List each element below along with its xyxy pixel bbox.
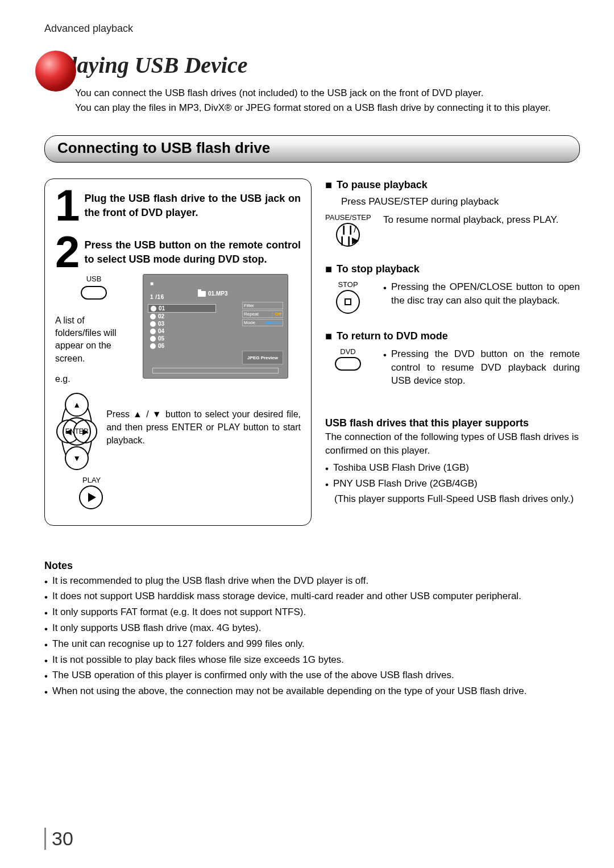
stop-bullet: •Pressing the OPEN/CLOSE button to open … bbox=[383, 280, 580, 308]
dvd-button-label: DVD bbox=[325, 347, 371, 356]
filter-tag: Filter bbox=[242, 302, 283, 309]
list-item: 06 bbox=[148, 342, 216, 350]
section-heading: Connecting to USB flash drive bbox=[44, 135, 580, 163]
dvd-section: ■To return to DVD mode DVD •Pressing the… bbox=[325, 330, 580, 389]
dvd-button-icon bbox=[335, 357, 361, 371]
step-1-text: Plug the USB flash drive to the USB jack… bbox=[84, 189, 301, 222]
pause-button-icon: ❙❙/❙❙▶ bbox=[336, 223, 360, 247]
play-button-icon bbox=[79, 485, 103, 509]
list-caption: A list of folders/files will appear on t… bbox=[55, 314, 132, 366]
note-item: •It is recommended to plug the USB flash… bbox=[44, 574, 580, 589]
file-list-screen-illustration: ■ 1 /16 01.MP3 01 02 03 04 05 06 Filter … bbox=[143, 274, 288, 379]
note-item: •It does not support USB harddisk mass s… bbox=[44, 589, 580, 604]
square-bullet-icon: ■ bbox=[325, 330, 332, 343]
stop-section: ■To stop playback STOP •Pressing the OPE… bbox=[325, 263, 580, 314]
screen-current-file: 01.MP3 bbox=[198, 290, 227, 297]
pause-heading: To pause playback bbox=[337, 179, 428, 191]
step-2-text: Press the USB button on the remote contr… bbox=[84, 236, 301, 269]
mode-tag: Mode: Normal bbox=[242, 319, 283, 326]
nav-pad-icon: ENTER bbox=[61, 397, 93, 466]
pause-button-block: PAUSE/STEP ❙❙/❙❙▶ bbox=[325, 213, 371, 247]
stop-indicator-icon: ■ bbox=[150, 280, 154, 286]
notes-heading: Notes bbox=[44, 560, 580, 572]
note-item: •It only supports USB flash drive (max. … bbox=[44, 621, 580, 636]
nav-enter-label: ENTER bbox=[63, 417, 91, 446]
stop-button-block: STOP bbox=[325, 280, 371, 314]
jpeg-preview-box: JPEG Preview bbox=[242, 351, 283, 364]
nav-pad-row: ENTER Press ▲ / ▼ button to select your … bbox=[55, 397, 301, 466]
square-bullet-icon: ■ bbox=[325, 178, 332, 192]
red-orb-icon bbox=[35, 51, 76, 92]
note-item: •It is not possible to play back files w… bbox=[44, 653, 580, 668]
intro-line-1: You can connect the USB flash drives (no… bbox=[75, 86, 580, 101]
screen-counter: 1 /16 bbox=[150, 294, 164, 300]
list-item: 01 bbox=[148, 304, 216, 313]
note-item: •When not using the above, the connectio… bbox=[44, 684, 580, 699]
note-item: •It only supports FAT format (e.g. It do… bbox=[44, 605, 580, 620]
pause-section: ■To pause playback Press PAUSE/STEP duri… bbox=[325, 178, 580, 247]
note-icon bbox=[150, 336, 156, 342]
screen-scrollbar bbox=[152, 368, 279, 373]
play-button-block: PLAY bbox=[77, 476, 301, 509]
intro-line-2: You can play the files in MP3, DivX® or … bbox=[75, 101, 580, 115]
nav-down-icon bbox=[65, 446, 89, 470]
repeat-tag: Repeat: Off bbox=[242, 310, 283, 318]
nav-up-icon bbox=[65, 393, 89, 417]
screen-file-list: 01 02 03 04 05 06 bbox=[148, 304, 216, 350]
support-item: •PNY USB Flash Drive (2GB/4GB) bbox=[325, 477, 580, 492]
support-note: (This player supports Full-Speed USB fla… bbox=[334, 492, 580, 506]
pause-desc: To resume normal playback, press PLAY. bbox=[383, 213, 580, 227]
page-title: Playing USB Device bbox=[35, 54, 580, 77]
usb-button-and-caption: USB A list of folders/files will appear … bbox=[55, 274, 132, 385]
screen-side-panel: Filter Repeat: Off Mode: Normal bbox=[242, 302, 283, 327]
stop-button-icon bbox=[336, 290, 360, 314]
steps-box: 1 Plug the USB flash drive to the USB ja… bbox=[44, 178, 312, 526]
intro-text: You can connect the USB flash drives (no… bbox=[75, 86, 580, 115]
dvd-heading: To return to DVD mode bbox=[337, 330, 448, 342]
breadcrumb: Advanced playback bbox=[44, 23, 580, 35]
stop-button-label: STOP bbox=[325, 280, 371, 289]
note-icon bbox=[150, 314, 156, 319]
list-item: 04 bbox=[148, 327, 216, 335]
square-bullet-icon: ■ bbox=[325, 263, 332, 276]
step-2: 2 Press the USB button on the remote con… bbox=[55, 236, 301, 269]
note-icon bbox=[150, 329, 156, 334]
note-item: •The unit can recognise up to 127 folder… bbox=[44, 637, 580, 652]
note-icon bbox=[150, 343, 156, 349]
notes-list: •It is recommended to plug the USB flash… bbox=[44, 574, 580, 699]
note-icon bbox=[150, 321, 156, 327]
usb-button-icon bbox=[81, 286, 107, 300]
support-para: The connection of the following types of… bbox=[325, 430, 580, 458]
title-wrap: Playing USB Device bbox=[35, 54, 580, 77]
usb-button-label: USB bbox=[55, 274, 132, 284]
pause-line: Press PAUSE/STEP during playback bbox=[341, 195, 580, 209]
stop-heading: To stop playback bbox=[337, 263, 420, 275]
dvd-button-block: DVD bbox=[325, 347, 371, 371]
list-item: 05 bbox=[148, 335, 216, 342]
folder-icon bbox=[198, 291, 206, 297]
note-item: •The USB operation of this player is con… bbox=[44, 668, 580, 683]
step-1: 1 Plug the USB flash drive to the USB ja… bbox=[55, 189, 301, 222]
support-heading: USB flash drives that this player suppor… bbox=[325, 417, 580, 429]
list-item: 02 bbox=[148, 313, 216, 320]
play-button-label: PLAY bbox=[82, 476, 301, 484]
pause-button-label: PAUSE/STEP bbox=[325, 213, 371, 222]
step-1-number: 1 bbox=[55, 189, 77, 222]
dvd-bullet: •Pressing the DVD button on the remote c… bbox=[383, 347, 580, 388]
support-item: •Toshiba USB Flash Drive (1GB) bbox=[325, 461, 580, 476]
note-icon bbox=[151, 306, 156, 312]
eg-label: e.g. bbox=[55, 373, 132, 385]
list-item: 03 bbox=[148, 320, 216, 327]
page-number: 30 bbox=[44, 828, 73, 850]
step-2-number: 2 bbox=[55, 236, 77, 269]
nav-instruction-text: Press ▲ / ▼ button to select your desire… bbox=[106, 397, 301, 447]
